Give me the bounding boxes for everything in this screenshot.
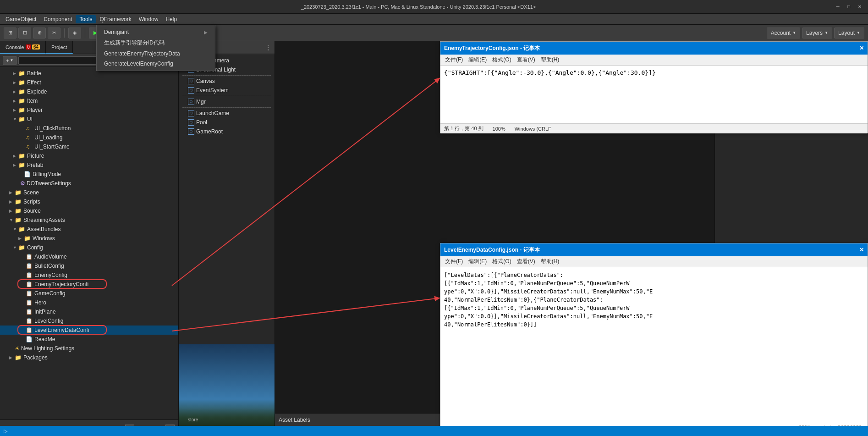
hierarchy-gameroot[interactable]: ⬡ GameRoot	[179, 127, 275, 136]
notepad2-close[interactable]: ✕	[859, 247, 864, 253]
tree-item-enemytrajectory[interactable]: 📋 EnemyTrajectoryConfi	[0, 280, 178, 289]
tree-item-streaming[interactable]: ▼ 📁 StreamingAssets	[0, 215, 178, 225]
toolbar-btn-1[interactable]: ⊞	[4, 28, 16, 39]
layers-dropdown[interactable]: Layers ▼	[802, 28, 832, 39]
tree-item-ui-startgame[interactable]: ♫ UI_StartGame	[0, 142, 178, 151]
menu-help[interactable]: Help	[162, 15, 181, 23]
minimize-button[interactable]: ─	[833, 2, 842, 11]
menu-gameobject[interactable]: GameObject	[2, 15, 40, 23]
tree-item-ui[interactable]: ▼ 📁 UI	[0, 115, 178, 124]
notepad2-menu-help[interactable]: 帮助(H)	[538, 257, 562, 266]
tab-console[interactable]: Console 0 64	[0, 41, 46, 54]
tree-item-item[interactable]: ▶ 📁 Item	[0, 96, 178, 105]
tree-item-source[interactable]: ▶ 📁 Source	[0, 206, 178, 215]
folder-icon-config: 📁	[18, 244, 26, 251]
file-tree: ▶ 📁 Battle ▶ 📁 Effect ▶ 📁 Explode ▶	[0, 67, 178, 419]
cube-icon-gameroot: ⬡	[188, 128, 194, 135]
tree-item-gameconfig[interactable]: 📋 GameConfig	[0, 289, 178, 298]
tree-item-assetbundles[interactable]: ▼ 📁 AssetBundles	[0, 225, 178, 234]
tree-item-ui-clickbutton[interactable]: ♫ UI_ClickButton	[0, 124, 178, 133]
notepad2-menu-file[interactable]: 文件(F)	[442, 257, 466, 266]
hierarchy-pool[interactable]: ⬡ Pool	[179, 118, 275, 127]
toolbar-btn-2[interactable]: ⊡	[18, 28, 31, 39]
notepad1-statusbar: 第 1 行，第 40 列 100% Windows (CRLF	[440, 123, 868, 133]
tree-item-initplane[interactable]: 📋 InitPlane	[0, 307, 178, 316]
folder-icon-effect: 📁	[18, 79, 26, 86]
tree-item-prefab[interactable]: ▶ 📁 Prefab	[0, 160, 178, 170]
menu-item-generate-trajectory[interactable]: GenerateEnemyTrajectoryData	[97, 49, 215, 59]
tree-item-enemyconfig[interactable]: 📋 EnemyConfig	[0, 270, 178, 280]
menu-qframework[interactable]: QFramework	[96, 15, 135, 23]
tree-item-scripts[interactable]: ▶ 📁 Scripts	[0, 197, 178, 206]
folder-icon-ui: 📁	[18, 116, 26, 122]
tree-item-billingmode[interactable]: 📄 BillingMode	[0, 170, 178, 179]
tree-item-ui-loading[interactable]: ♫ UI_Loading	[0, 133, 178, 142]
toolbar-btn-5[interactable]: ◈	[68, 28, 81, 39]
tree-item-hero[interactable]: 📋 Hero	[0, 298, 178, 307]
tree-item-player[interactable]: ▶ 📁 Player	[0, 105, 178, 115]
add-arrow: ▼	[10, 58, 13, 62]
cube-icon-pool: ⬡	[188, 119, 194, 126]
music-icon-2: ♫	[26, 134, 33, 141]
hierarchy-launchgame[interactable]: ⬡ LaunchGame	[179, 109, 275, 118]
notepad2-menubar: 文件(F) 编辑(E) 格式(O) 查看(V) 帮助(H)	[440, 256, 868, 267]
close-button[interactable]: ✕	[855, 2, 864, 11]
notepad1-menu-file[interactable]: 文件(F)	[442, 55, 466, 65]
folder-icon-item: 📁	[18, 98, 26, 104]
file-icon-billing: 📄	[24, 171, 31, 177]
tree-item-effect[interactable]: ▶ 📁 Effect	[0, 78, 178, 87]
menu-component[interactable]: Component	[40, 15, 76, 23]
notepad1-menu-edit[interactable]: 编辑(E)	[466, 55, 489, 65]
tree-item-scene[interactable]: ▶ 📁 Scene	[0, 188, 178, 197]
menu-item-generate-guide[interactable]: 生成新手引导部分ID代码	[97, 37, 215, 49]
layout-dropdown-arrow: ▼	[857, 31, 860, 35]
tab-project[interactable]: Project	[46, 41, 73, 54]
status-bar: ▷	[0, 426, 868, 436]
notepad1-close[interactable]: ✕	[859, 45, 864, 51]
notepad-trajectory: EnemyTrajectoryConfig.json - 记事本 ✕ 文件(F)…	[440, 41, 868, 133]
notepad1-menu-format[interactable]: 格式(O)	[489, 55, 514, 65]
toolbar-btn-4[interactable]: ✂	[48, 28, 60, 39]
notepad1-content[interactable]: {"STRAIGHT":[{"Angle":-30.0},{"Angle":0.…	[440, 66, 868, 123]
account-dropdown[interactable]: Account ▼	[767, 28, 800, 39]
menu-item-generate-level[interactable]: GenerateLevelEnemyConfig	[97, 59, 215, 69]
settings-icon: ⚙	[20, 180, 25, 187]
menu-window[interactable]: Window	[135, 15, 162, 23]
add-button[interactable]: + ▼	[3, 56, 16, 65]
json-icon-hero: 📋	[26, 299, 33, 306]
folder-icon-streaming: 📁	[15, 217, 22, 223]
tree-item-windows[interactable]: ▶ 📁 Windows	[0, 234, 178, 243]
folder-icon-prefab: 📁	[18, 162, 26, 168]
hierarchy-eventsystem[interactable]: ⬡ EventSystem	[179, 86, 275, 95]
notepad2-menu-view[interactable]: 查看(V)	[514, 257, 538, 266]
tree-item-config[interactable]: ▼ 📁 Config	[0, 243, 178, 252]
notepad1-menu-view[interactable]: 查看(V)	[514, 55, 538, 65]
cube-icon-eventsystem: ⬡	[188, 87, 194, 94]
toolbar-btn-3[interactable]: ⊕	[33, 28, 46, 39]
tree-item-levelconfig[interactable]: 📋 LevelConfig	[0, 316, 178, 326]
hierarchy-menu[interactable]: ⋮	[265, 44, 271, 51]
folder-arrow: ▶	[13, 71, 18, 76]
layout-dropdown[interactable]: Layout ▼	[834, 28, 864, 39]
tree-item-levelenemydata[interactable]: 📋 LevelEnemyDataConfi	[0, 326, 178, 335]
notepad2-content[interactable]: ["LevelDatas":[{"PlaneCreatorDatas": [{"…	[440, 267, 868, 436]
tree-item-newlighting[interactable]: ☀ New Lighting Settings	[0, 344, 178, 353]
tree-item-packages[interactable]: ▶ 📁 Packages	[0, 353, 178, 362]
cube-icon-launch: ⬡	[188, 110, 194, 116]
notepad2-menu-format[interactable]: 格式(O)	[489, 257, 514, 266]
tree-item-dotween[interactable]: ⚙ DOTweenSettings	[0, 179, 178, 188]
tree-item-bulletconfig[interactable]: 📋 BulletConfig	[0, 261, 178, 270]
menu-item-demigiant[interactable]: Demigiant ▶	[97, 27, 215, 37]
maximize-button[interactable]: □	[844, 2, 853, 11]
menu-tools[interactable]: Tools	[76, 15, 96, 23]
json-icon-init: 📋	[26, 309, 33, 315]
tree-item-explode[interactable]: ▶ 📁 Explode	[0, 87, 178, 96]
json-icon-bullet: 📋	[26, 263, 33, 269]
tree-item-picture[interactable]: ▶ 📁 Picture	[0, 151, 178, 160]
tree-item-readme[interactable]: 📄 ReadMe	[0, 335, 178, 344]
hierarchy-mgr[interactable]: ⬡ Mgr	[179, 97, 275, 106]
hierarchy-canvas[interactable]: ⬡ Canvas	[179, 77, 275, 86]
notepad2-menu-edit[interactable]: 编辑(E)	[466, 257, 489, 266]
tree-item-audiovolume[interactable]: 📋 AudioVolume	[0, 252, 178, 261]
notepad1-menu-help[interactable]: 帮助(H)	[538, 55, 562, 65]
